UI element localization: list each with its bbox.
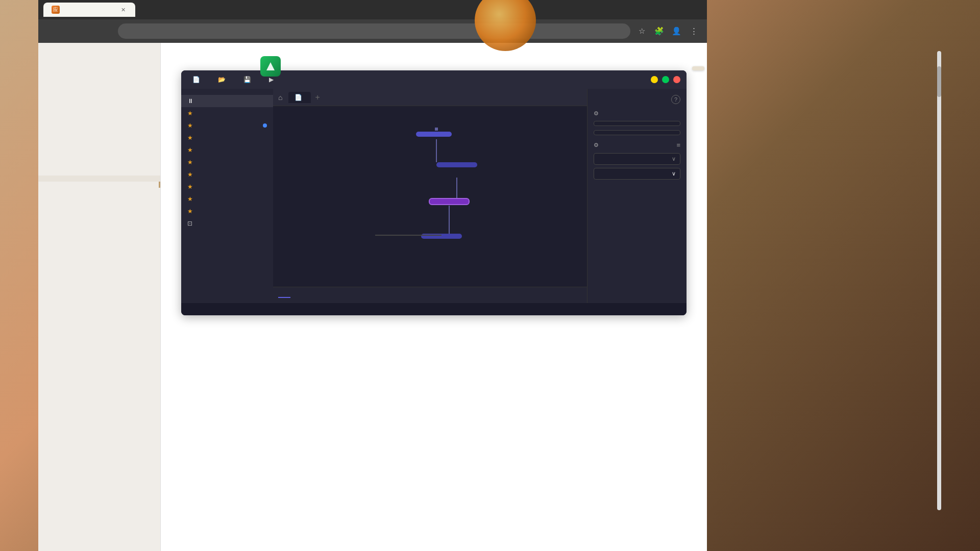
param-dropdown[interactable]: ∨ <box>594 168 680 180</box>
sidebar-item-device[interactable] <box>38 108 160 114</box>
save-icon: 💾 <box>243 76 251 83</box>
browser-window: 应 ✕ ☆ 🧩 👤 ⋮ <box>38 0 707 551</box>
panel-input-name[interactable] <box>594 130 680 135</box>
app-sidebar-detect-process[interactable]: ★ <box>181 193 273 205</box>
dot-indicator <box>263 123 267 128</box>
sidebar-item-input-chinese[interactable] <box>38 133 160 139</box>
bottom-tab-output[interactable] <box>278 293 290 298</box>
app-more-button[interactable] <box>286 78 297 82</box>
tab-close-button[interactable]: ✕ <box>119 6 127 14</box>
address-bar[interactable] <box>118 23 630 39</box>
maximize-button[interactable]: □ <box>662 76 669 83</box>
minimize-button[interactable]: − <box>651 76 658 83</box>
device-dropdown-arrow: ∨ <box>672 156 676 162</box>
svg-marker-0 <box>266 62 275 70</box>
menu-icon[interactable]: ⋮ <box>687 24 701 38</box>
star-icon-9: ★ <box>187 208 193 215</box>
flow-node-app-list[interactable] <box>429 198 470 205</box>
sidebar-item-send-text[interactable] <box>38 78 160 84</box>
sidebar-item-pause[interactable] <box>38 84 160 90</box>
sidebar-item-move2[interactable] <box>38 157 160 163</box>
app-main: ⌂ 📄 + <box>273 89 587 303</box>
panel-section-runtime: ⚙ ≡ ∨ ∨ <box>594 141 680 180</box>
app-sidebar-close-handle[interactable]: ★ <box>181 181 273 193</box>
app-sidebar-wait[interactable]: ⏸ <box>181 95 273 107</box>
bottom-line <box>375 235 442 236</box>
sidebar-item-forward[interactable] <box>38 114 160 120</box>
add-tab-button[interactable]: + <box>315 93 320 102</box>
pause-icon: ⏸ <box>187 97 193 105</box>
bottom-tab-variables[interactable] <box>305 293 317 297</box>
sidebar-item-click[interactable] <box>38 151 160 157</box>
app-sidebar-open-link[interactable]: ★ <box>181 156 273 168</box>
flow-canvas[interactable] <box>273 106 587 287</box>
flow-node-access-group[interactable] <box>436 162 477 167</box>
sidebar-item-launch-app[interactable] <box>38 169 160 176</box>
panel-section-runtime-header: ⚙ ≡ <box>594 141 680 149</box>
app-new-button[interactable]: 📄 <box>187 74 208 85</box>
app-tabs: ⌂ 📄 + <box>273 89 587 106</box>
flow-node-simulator[interactable] <box>416 132 452 137</box>
login-icon: ⊡ <box>187 220 192 227</box>
profile-icon[interactable]: 👤 <box>669 24 683 38</box>
sidebar-item-move[interactable] <box>38 53 160 59</box>
new-tab-button[interactable] <box>139 3 154 17</box>
sidebar-item-release-mouse[interactable] <box>38 59 160 65</box>
panel-input-title[interactable] <box>594 121 680 126</box>
toolbar-icons: ☆ 🧩 👤 ⋮ <box>634 24 701 38</box>
home-button[interactable] <box>100 24 114 38</box>
app-sidebar-login-app[interactable]: ⊡ <box>181 217 273 230</box>
start-node <box>435 128 438 131</box>
sidebar-item-connect[interactable] <box>38 102 160 108</box>
app-right-panel: ? ⚙ <box>587 89 687 303</box>
app-sidebar-open-file[interactable]: ★ <box>181 144 273 156</box>
refresh-button[interactable] <box>81 24 95 38</box>
scrollbar-track <box>937 51 941 510</box>
scrollbar-thumb[interactable] <box>937 66 941 97</box>
sidebar-item-scroll[interactable] <box>38 120 160 127</box>
dropdown-arrow-icon: ∨ <box>672 170 676 177</box>
app-sidebar-shutdown[interactable]: ★ <box>181 168 273 181</box>
app-statusbar <box>181 303 687 315</box>
device-selector[interactable]: ∨ <box>594 153 680 165</box>
bottom-tab-demo[interactable] <box>318 293 330 297</box>
app-sidebar-open-app[interactable]: ★ <box>181 132 273 144</box>
sidebar-item-app-list[interactable] <box>38 176 160 182</box>
sidebar-item-keys[interactable] <box>38 145 160 151</box>
runtime-expand-icon[interactable]: ≡ <box>676 141 680 149</box>
page-content: 📄 📂 💾 ▶ <box>38 43 707 551</box>
sidebar-item-sub-flow[interactable] <box>38 182 160 188</box>
app-sidebar: ⏸ ★ ★ ★ <box>181 89 273 303</box>
sidebar-item-press-modifier[interactable] <box>38 65 160 71</box>
close-button[interactable]: ✕ <box>673 76 680 83</box>
bottom-tab-resources[interactable] <box>291 293 304 297</box>
app-sidebar-kill-process[interactable]: ★ <box>181 205 273 217</box>
app-window-controls: − □ ✕ <box>651 76 680 83</box>
forward-button[interactable] <box>63 24 77 38</box>
app-sidebar-launch-app[interactable]: ★ <box>181 107 273 119</box>
sidebar-item-screenshot[interactable] <box>38 163 160 169</box>
doc-button[interactable] <box>692 66 704 70</box>
badge-icon <box>265 61 276 71</box>
new-icon: 📄 <box>192 76 200 83</box>
app-window: 📄 📂 💾 ▶ <box>181 70 687 315</box>
sidebar-item-drag[interactable] <box>38 47 160 53</box>
panel-info-button[interactable]: ? <box>671 95 680 104</box>
sidebar-item-launch[interactable] <box>38 96 160 102</box>
star-icon-8: ★ <box>187 195 193 203</box>
bookmark-icon[interactable]: ☆ <box>634 24 649 38</box>
extension-icon[interactable]: 🧩 <box>652 24 666 38</box>
sidebar-item-release-modifier[interactable] <box>38 71 160 78</box>
app-open-button[interactable]: 📂 <box>213 74 233 85</box>
back-button[interactable] <box>44 24 59 38</box>
app-sidebar-section <box>181 89 273 95</box>
app-save-button[interactable]: 💾 <box>238 74 259 85</box>
browser-tab[interactable]: 应 ✕ <box>43 3 135 17</box>
app-sidebar-add-user[interactable]: ★ <box>181 119 273 132</box>
flow-line-2 <box>456 178 457 198</box>
star-icon-4: ★ <box>187 146 193 154</box>
flow-line-3 <box>449 206 450 234</box>
app-tab-workflow[interactable]: 📄 <box>288 92 311 103</box>
sidebar-item-input[interactable] <box>38 127 160 133</box>
sidebar-item-clear-text[interactable] <box>38 139 160 145</box>
